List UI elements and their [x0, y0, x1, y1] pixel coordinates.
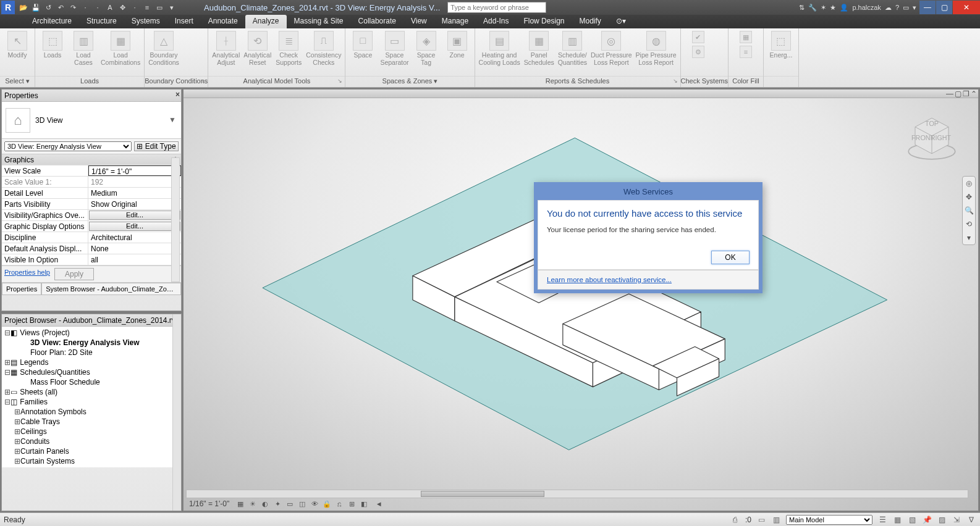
panel-title[interactable]: Spaces & Zones ▾: [345, 76, 474, 87]
open-icon[interactable]: 📂: [19, 2, 28, 12]
tree-item[interactable]: ⊞Curtain Systems: [2, 456, 181, 466]
edit-button[interactable]: Edit...: [89, 211, 180, 220]
check-supports-button[interactable]: ≣Check Supports: [275, 31, 302, 66]
property-row[interactable]: Visibility/Graphics Ove...Edit...: [2, 210, 181, 221]
dialog-launcher-icon[interactable]: ↘: [673, 78, 678, 84]
properties-header[interactable]: Properties ×: [2, 90, 181, 102]
tree-item[interactable]: ⊞▭ Sheets (all): [2, 387, 181, 397]
instance-select[interactable]: 3D View: Energy Analysis View: [4, 141, 132, 151]
tab-structure[interactable]: Structure: [79, 15, 124, 28]
viewport-3d[interactable]: — ▢ ❐ ⌃: [183, 89, 979, 511]
tab-insert[interactable]: Insert: [167, 15, 201, 28]
nav-more-icon[interactable]: ▾: [967, 233, 971, 242]
minimize-button[interactable]: —: [919, 1, 936, 14]
panel-title[interactable]: Analytical Model Tools↘: [208, 76, 345, 87]
editable-icon[interactable]: ▭: [756, 515, 766, 525]
ok-button[interactable]: OK: [711, 251, 750, 264]
more-icon[interactable]: ▾: [167, 2, 177, 12]
save-icon[interactable]: 💾: [31, 2, 41, 12]
panel-title[interactable]: Color Fill: [729, 76, 763, 87]
tab-analyze[interactable]: Analyze: [245, 15, 287, 28]
tree-item[interactable]: ⊞Annotation Symbols: [2, 407, 181, 417]
tree-item[interactable]: ⊟▦ Schedules/Quantities: [2, 367, 181, 377]
orbit-icon[interactable]: ⟲: [966, 220, 972, 228]
temp-icon[interactable]: ⎌: [335, 499, 344, 508]
heating-and-cooling-loads-button[interactable]: ▤Heating and Cooling Loads: [479, 31, 520, 66]
tab-add-ins[interactable]: Add-Ins: [476, 15, 516, 28]
navigation-bar[interactable]: ◎ ✥ 🔍 ⟲ ▾: [962, 176, 976, 245]
tab-architecture[interactable]: Architecture: [25, 15, 79, 28]
property-row[interactable]: Visible In Optionall: [2, 254, 181, 265]
panel-title[interactable]: Select ▾: [0, 76, 35, 87]
select-pinned-icon[interactable]: 📌: [922, 515, 932, 525]
boundary-conditions-button[interactable]: △Boundary Conditions: [148, 31, 179, 66]
loads-button[interactable]: ⬚Loads: [39, 31, 66, 59]
pan-icon[interactable]: ✥: [966, 193, 972, 201]
schedule-quantities-button[interactable]: ▥Schedule/ Quantities: [558, 31, 587, 66]
exchange-icon[interactable]: ✶: [821, 4, 826, 12]
browser-scrollbar[interactable]: [172, 314, 181, 511]
space-tag-button[interactable]: ◈Space Tag: [413, 31, 440, 66]
workset-icon[interactable]: ⎙: [730, 515, 740, 525]
horizontal-scrollbar[interactable]: [186, 490, 968, 498]
analytical-reset-button[interactable]: ⟲Analytical Reset: [243, 31, 271, 66]
tab-properties[interactable]: Properties: [2, 283, 41, 295]
vp-cascade-icon[interactable]: ❐: [963, 90, 969, 98]
app-logo[interactable]: R: [1, 1, 15, 14]
tree-item[interactable]: 3D View: Energy Analysis View: [2, 338, 181, 348]
panel-title[interactable]: [764, 76, 798, 87]
tree-item[interactable]: ⊟◧ Views (Project): [2, 328, 181, 338]
project-browser-header[interactable]: Project Browser - Audubon_Climate_Zones_…: [2, 314, 181, 327]
load-combinations-button[interactable]: ▦Load Combinations: [101, 31, 140, 66]
reveal-icon[interactable]: ◧: [360, 499, 368, 508]
properties-scrollbar[interactable]: [171, 157, 180, 282]
consistency-checks-button[interactable]: ⎍Consistency Checks: [306, 31, 341, 66]
tree-expander-icon[interactable]: ⊞: [14, 407, 20, 416]
user-name[interactable]: p.halczak: [852, 4, 881, 11]
tree-item[interactable]: ⊞Ceilings: [2, 427, 181, 436]
space-separator-button[interactable]: ▭Space Separator: [380, 31, 408, 66]
tree-expander-icon[interactable]: ⊟: [4, 398, 11, 406]
tree-item[interactable]: ⊟◫ Families: [2, 397, 181, 407]
tree-expander-icon[interactable]: ⊞: [14, 457, 20, 465]
vp-max-icon[interactable]: ▢: [955, 90, 961, 98]
select-underlay-icon[interactable]: ▧: [907, 515, 917, 525]
unhide-icon[interactable]: 👁: [310, 499, 319, 508]
edit-button[interactable]: Edit...: [89, 222, 180, 231]
property-row[interactable]: Graphic Display OptionsEdit...: [2, 221, 181, 232]
tab-manage[interactable]: Manage: [434, 15, 476, 28]
tree-expander-icon[interactable]: ⊟: [4, 368, 11, 377]
panel-title[interactable]: Loads: [35, 76, 144, 87]
space-button[interactable]: □Space: [349, 31, 376, 59]
tree-item[interactable]: ⊞Conduits: [2, 436, 181, 446]
ribbon-button[interactable]: ⚙: [685, 46, 712, 59]
ribbon-options[interactable]: ⊙▾: [609, 15, 633, 28]
tab-annotate[interactable]: Annotate: [201, 15, 245, 28]
redo-icon[interactable]: ↷: [68, 2, 78, 12]
workset-select[interactable]: Main Model: [786, 515, 872, 525]
filter2-icon[interactable]: ∇: [966, 515, 976, 525]
zone-button[interactable]: ▣Zone: [444, 31, 471, 59]
maximize-button[interactable]: ▢: [936, 1, 952, 14]
panel-title[interactable]: Reports & Schedules↘: [475, 76, 680, 87]
energ--button[interactable]: ⬚Energ...: [767, 31, 795, 59]
panel-title[interactable]: Check Systems: [681, 76, 728, 87]
measure-icon[interactable]: ·: [93, 2, 103, 12]
search-input[interactable]: [447, 2, 546, 13]
render-icon[interactable]: ✦: [273, 499, 282, 508]
cloud-icon[interactable]: ☁: [885, 4, 892, 12]
close-icon[interactable]: ×: [175, 90, 180, 99]
analytical-adjust-button[interactable]: ⟊Analytical Adjust: [212, 31, 240, 66]
filter-icon[interactable]: ☰: [877, 515, 887, 525]
prev-view-icon[interactable]: ◄: [374, 499, 383, 508]
ribbon-button[interactable]: ≡: [732, 46, 759, 59]
property-row[interactable]: Detail LevelMedium: [2, 188, 181, 199]
tree-item[interactable]: Floor Plan: 2D Site: [2, 348, 181, 357]
vp-expand-icon[interactable]: ⌃: [971, 90, 977, 98]
ribbon-button[interactable]: ✔: [685, 31, 712, 44]
ribbon-button[interactable]: ▦: [732, 31, 759, 44]
tab-system-browser[interactable]: System Browser - Audubon_Climate_Zones_2…: [41, 283, 181, 295]
tree-expander-icon[interactable]: ⊞: [4, 358, 11, 367]
tree-expander-icon[interactable]: ⊞: [14, 447, 20, 456]
lock-icon[interactable]: 🔒: [323, 499, 331, 508]
